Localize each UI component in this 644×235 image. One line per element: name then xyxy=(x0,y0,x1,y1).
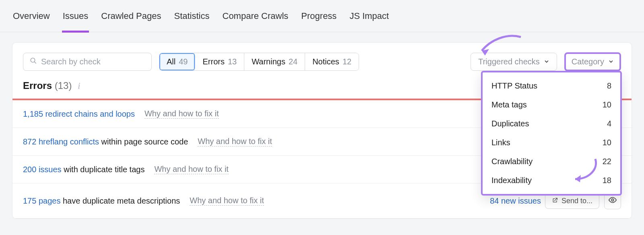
issue-suffix: with duplicate title tags xyxy=(62,165,145,174)
issue-suffix: have duplicate meta descriptions xyxy=(60,196,180,205)
svg-line-1 xyxy=(34,62,36,64)
tab-issues[interactable]: Issues xyxy=(62,0,89,32)
svg-point-2 xyxy=(611,199,614,201)
why-how-fix-link[interactable]: Why and how to fix it xyxy=(154,165,229,174)
filter-all-count: 49 xyxy=(179,57,188,66)
why-how-fix-link[interactable]: Why and how to fix it xyxy=(198,137,272,146)
svg-point-0 xyxy=(31,58,35,62)
tab-js-impact[interactable]: JS Impact xyxy=(349,0,390,32)
category-select[interactable]: Category xyxy=(564,52,621,71)
filter-notices[interactable]: Notices 12 xyxy=(305,53,359,70)
filter-warnings-label: Warnings xyxy=(252,57,285,66)
chevron-down-icon xyxy=(608,57,614,66)
search-icon xyxy=(30,57,37,66)
category-option-label: HTTP Status xyxy=(491,81,537,91)
section-count: (13) xyxy=(55,80,72,91)
filter-errors-label: Errors xyxy=(202,57,224,66)
send-to-label: Send to... xyxy=(561,197,592,205)
filter-notices-count: 12 xyxy=(343,57,351,66)
category-option-duplicates[interactable]: Duplicates 4 xyxy=(483,114,620,133)
category-option-label: Links xyxy=(491,138,510,147)
filter-notices-label: Notices xyxy=(312,57,339,66)
category-option-crawlability[interactable]: Crawlability 22 xyxy=(483,152,620,171)
issue-link[interactable]: 175 pages xyxy=(23,196,60,205)
filter-all-label: All xyxy=(167,57,175,66)
search-box[interactable] xyxy=(23,53,152,71)
filter-group: All 49 Errors 13 Warnings 24 Notices 12 xyxy=(159,53,359,71)
category-option-count: 4 xyxy=(607,119,611,128)
issue-link[interactable]: 872 hreflang conflicts xyxy=(23,137,99,146)
category-option-label: Meta tags xyxy=(491,100,527,109)
triggered-checks-label: Triggered checks xyxy=(478,57,540,66)
category-option-count: 10 xyxy=(603,138,611,147)
category-option-indexability[interactable]: Indexability 18 xyxy=(483,171,620,190)
tab-progress[interactable]: Progress xyxy=(300,0,337,32)
eye-icon xyxy=(608,196,617,206)
top-tabs: Overview Issues Crawled Pages Statistics… xyxy=(0,0,644,32)
why-how-fix-link[interactable]: Why and how to fix it xyxy=(190,196,264,206)
section-title: Errors xyxy=(23,80,52,91)
filter-errors-count: 13 xyxy=(228,57,237,66)
category-option-links[interactable]: Links 10 xyxy=(483,133,620,152)
tab-statistics[interactable]: Statistics xyxy=(173,0,210,32)
filter-warnings[interactable]: Warnings 24 xyxy=(244,53,305,70)
category-option-label: Indexability xyxy=(491,176,532,185)
filter-errors[interactable]: Errors 13 xyxy=(195,53,244,70)
issue-suffix: within page source code xyxy=(99,137,188,146)
category-option-count: 10 xyxy=(603,100,611,109)
issue-link[interactable]: 200 issues xyxy=(23,165,62,174)
filter-all[interactable]: All 49 xyxy=(159,53,195,70)
filter-warnings-count: 24 xyxy=(289,57,297,66)
category-label: Category xyxy=(572,57,604,66)
issue-link[interactable]: 1,185 redirect chains and loops xyxy=(23,109,135,118)
info-icon[interactable]: i xyxy=(78,80,80,91)
tab-compare-crawls[interactable]: Compare Crawls xyxy=(222,0,289,32)
triggered-checks-select[interactable]: Triggered checks xyxy=(471,53,557,71)
category-option-http-status[interactable]: HTTP Status 8 xyxy=(483,76,620,95)
category-option-count: 8 xyxy=(607,81,611,91)
search-input[interactable] xyxy=(41,57,145,66)
why-how-fix-link[interactable]: Why and how to fix it xyxy=(144,109,219,119)
category-option-count: 18 xyxy=(603,176,611,185)
new-issues-link[interactable]: 84 new issues xyxy=(490,196,541,206)
category-option-label: Crawlability xyxy=(491,157,533,166)
issues-card: All 49 Errors 13 Warnings 24 Notices 12 … xyxy=(12,42,632,219)
category-option-label: Duplicates xyxy=(491,119,529,128)
tab-crawled-pages[interactable]: Crawled Pages xyxy=(100,0,162,32)
category-option-count: 22 xyxy=(603,157,611,166)
share-icon xyxy=(552,197,558,205)
category-dropdown: HTTP Status 8 Meta tags 10 Duplicates 4 … xyxy=(481,71,622,196)
tab-overview[interactable]: Overview xyxy=(12,0,51,32)
category-option-meta-tags[interactable]: Meta tags 10 xyxy=(483,95,620,114)
chevron-down-icon xyxy=(544,57,549,66)
